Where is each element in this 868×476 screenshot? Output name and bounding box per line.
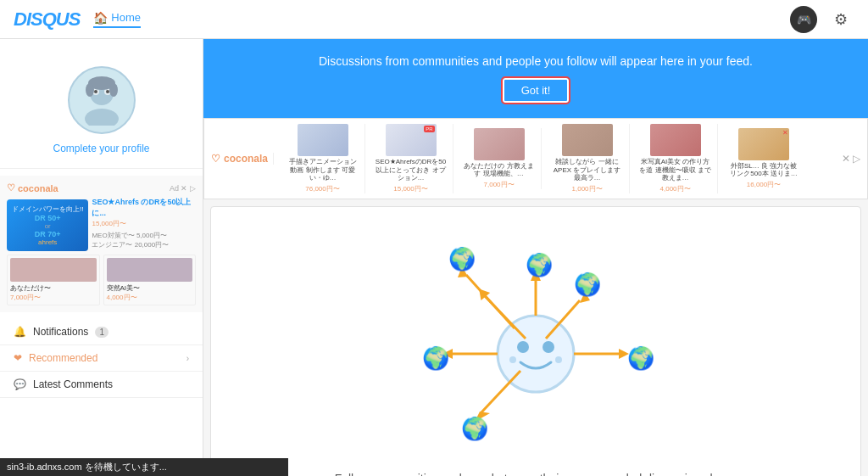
ad-label: Ad ✕ ▷ bbox=[170, 184, 196, 193]
sidebar-nav-recommended[interactable]: ❤ Recommended › bbox=[0, 345, 203, 372]
ad-strip-item-0[interactable]: 手描きアニメーション動画 制作します 可愛い・ゆ… 76,000円〜 bbox=[281, 124, 365, 193]
svg-point-5 bbox=[106, 90, 109, 93]
dr50-label: DR 50+ bbox=[12, 214, 83, 222]
main-layout: Complete your profile ♡coconala Ad ✕ ▷ ド… bbox=[0, 39, 868, 476]
coconala-sidebar-logo: ♡coconala bbox=[7, 182, 58, 193]
header-left: DISQUS 🏠 Home bbox=[14, 8, 141, 31]
header-right: 🎮 ⚙ bbox=[790, 6, 854, 33]
status-bar: sin3-ib.adnxs.com を待機しています... bbox=[0, 458, 288, 476]
sidebar-avatar-area: Complete your profile bbox=[0, 53, 203, 169]
svg-text:🌍: 🌍 bbox=[526, 251, 554, 278]
ad-thumb-0 bbox=[298, 124, 348, 156]
home-icon: 🏠 bbox=[93, 11, 108, 25]
seo-label: SEO★Ahrefs のDRを50以上に... bbox=[92, 197, 196, 219]
ad-strip-item-2[interactable]: あなただけの 方教えます 現場機能、… 7,000円〜 bbox=[457, 128, 542, 189]
controller-icon[interactable]: 🎮 bbox=[790, 6, 817, 33]
svg-point-9 bbox=[498, 316, 574, 392]
gear-icon[interactable]: ⚙ bbox=[827, 6, 854, 33]
svg-point-11 bbox=[542, 341, 554, 353]
globe-svg: 🌍 🌍 🌍 🌍 🌍 🌍 🌍 bbox=[392, 228, 680, 457]
ad-strip-coconala: ♡coconala bbox=[211, 153, 274, 165]
ad-strip-item-4[interactable]: 米写真AI美女 の作り方を道 連機能〜吸収 まで教えま… 4,000円〜 bbox=[633, 124, 718, 193]
notifications-label: Notifications bbox=[33, 326, 88, 338]
svg-text:🌍: 🌍 bbox=[627, 344, 655, 372]
sidebar: Complete your profile ♡coconala Ad ✕ ▷ ド… bbox=[0, 39, 203, 476]
ad-strip-item-3[interactable]: 雑談しながら 一緒にAPEX をプレイします 最高ラ… 1,000円〜 bbox=[545, 124, 630, 193]
recommended-icon: ❤ bbox=[14, 352, 22, 364]
svg-text:🌍: 🌍 bbox=[574, 271, 602, 298]
latest-comments-icon: 💬 bbox=[14, 378, 26, 390]
dr-box: ドメインパワーを向上!! DR 50+ or DR 70+ ahrefs bbox=[7, 199, 88, 251]
svg-point-12 bbox=[509, 356, 516, 363]
sidebar-nav-latest-comments[interactable]: 💬 Latest Comments bbox=[0, 372, 203, 398]
sidebar-ad-header: ♡coconala Ad ✕ ▷ bbox=[7, 182, 196, 193]
or-label: or bbox=[12, 222, 83, 230]
sidebar-ad-item-2[interactable]: 突然AI美〜 4,000円〜 bbox=[103, 255, 197, 305]
close-x: ✕ bbox=[782, 129, 788, 137]
svg-text:🌍: 🌍 bbox=[448, 245, 476, 272]
complete-profile-link[interactable]: Complete your profile bbox=[53, 143, 149, 154]
ad-thumb-1: PR bbox=[386, 124, 437, 156]
svg-text:🌍: 🌍 bbox=[461, 415, 489, 442]
sidebar-ad-full[interactable]: ドメインパワーを向上!! DR 50+ or DR 70+ ahrefs SEO… bbox=[7, 197, 196, 251]
nav-home-label: Home bbox=[111, 11, 141, 24]
svg-line-26 bbox=[466, 275, 515, 328]
recommended-arrow: › bbox=[186, 354, 189, 363]
sidebar-ad-item-1[interactable]: あなただけ〜 7,000円〜 bbox=[7, 255, 100, 305]
ad-thumb-3 bbox=[562, 124, 613, 156]
sidebar-nav: 🔔 Notifications 1 ❤ Recommended › 💬 Late… bbox=[0, 319, 203, 398]
domain-power-label: ドメインパワーを向上!! bbox=[12, 204, 83, 214]
recommended-label: Recommended bbox=[29, 352, 97, 364]
nav-home[interactable]: 🏠 Home bbox=[93, 11, 141, 28]
notifications-badge: 1 bbox=[95, 327, 108, 338]
status-text: sin3-ib.adnxs.com を待機しています... bbox=[7, 462, 167, 472]
notifications-icon: 🔔 bbox=[14, 326, 26, 338]
disqus-logo: DISQUS bbox=[14, 8, 80, 31]
main-card: 🌍 🌍 🌍 🌍 🌍 🌍 🌍 Follow communities and peo… bbox=[210, 206, 861, 476]
engineer-label: エンジニア〜 20,000円〜 bbox=[92, 240, 196, 249]
svg-point-1 bbox=[85, 109, 119, 126]
follow-text: Follow communities and people to see the… bbox=[335, 472, 737, 476]
blue-banner: Discussions from communities and people … bbox=[203, 39, 868, 118]
svg-point-8 bbox=[109, 83, 118, 97]
ad-strip-close[interactable]: ✕ ▷ bbox=[842, 153, 860, 165]
ad-strip-item-1[interactable]: PR SEO★AhrefsのDRを50 以上にとっておき オプション… 15,0… bbox=[369, 124, 453, 193]
latest-comments-label: Latest Comments bbox=[33, 378, 113, 390]
svg-point-7 bbox=[86, 83, 94, 97]
ad-thumb-5: ✕ bbox=[738, 128, 789, 160]
svg-line-24 bbox=[481, 371, 520, 413]
ahrefs-label: ahrefs bbox=[12, 238, 83, 246]
ad-thumb-4 bbox=[650, 124, 701, 156]
svg-text:🌍: 🌍 bbox=[422, 344, 450, 372]
svg-point-10 bbox=[517, 341, 529, 353]
sidebar-ad-text: SEO★Ahrefs のDRを50以上に... 15,000円〜 MEO対策で〜… bbox=[92, 197, 196, 249]
ad-strip-item-5[interactable]: ✕ 外部SL… 良 強力な被 リンク500本 送りま… 16,000円〜 bbox=[721, 128, 806, 189]
globe-area: 🌍 🌍 🌍 🌍 🌍 🌍 🌍 bbox=[392, 224, 680, 462]
seo-price: 15,000円〜 bbox=[92, 219, 196, 228]
sidebar-ad-area: ♡coconala Ad ✕ ▷ ドメインパワーを向上!! DR 50+ or … bbox=[0, 176, 203, 312]
content-area: Discussions from communities and people … bbox=[203, 39, 868, 476]
header: DISQUS 🏠 Home 🎮 ⚙ bbox=[0, 0, 868, 39]
ad-strip: ♡coconala 手描きアニメーション動画 制作します 可愛い・ゆ… 76,0… bbox=[203, 118, 868, 199]
got-it-button[interactable]: Got it! bbox=[503, 78, 570, 103]
pr-badge: PR bbox=[424, 126, 434, 132]
blue-banner-text: Discussions from communities and people … bbox=[220, 54, 851, 68]
meo-label: MEO対策で〜 5,000円〜 bbox=[92, 231, 196, 240]
sidebar-ad-grid: あなただけ〜 7,000円〜 突然AI美〜 4,000円〜 bbox=[7, 255, 196, 305]
svg-point-4 bbox=[94, 90, 97, 93]
avatar bbox=[68, 66, 136, 134]
svg-point-13 bbox=[555, 356, 562, 363]
ad-thumb-2 bbox=[474, 128, 525, 160]
dr70-label: DR 70+ bbox=[12, 230, 83, 238]
sidebar-nav-notifications[interactable]: 🔔 Notifications 1 bbox=[0, 319, 203, 345]
